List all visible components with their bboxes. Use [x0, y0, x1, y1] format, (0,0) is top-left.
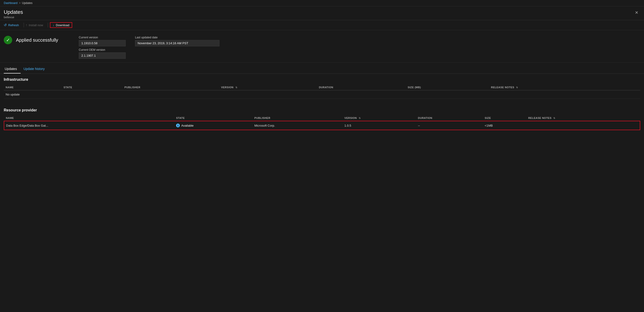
- page-header: Updates bellevue ✕: [0, 6, 644, 20]
- tabs-container: Updates Update history: [0, 65, 644, 74]
- install-label: Install now: [29, 23, 43, 27]
- rp-row-version: 1.0.5: [342, 121, 416, 130]
- breadcrumb-separator: >: [19, 1, 21, 5]
- page-subtitle: bellevue: [4, 16, 23, 19]
- refresh-label: Refresh: [8, 23, 19, 27]
- download-icon: ↓: [53, 23, 54, 27]
- header-title-group: Updates bellevue: [4, 9, 23, 19]
- toolbar-btn-group: ↺ Refresh ↑ Install now ↓ Download: [4, 22, 72, 28]
- infrastructure-table: NAME STATE PUBLISHER VERSION ⇅ DURATION …: [4, 85, 640, 99]
- rp-col-name: NAME: [4, 115, 174, 121]
- page-title: Updates: [4, 9, 23, 15]
- infra-col-duration: DURATION: [317, 85, 406, 90]
- status-text: Applied successfully: [16, 37, 58, 43]
- infra-col-name: NAME: [4, 85, 62, 90]
- current-oem-label: Current OEM version: [79, 48, 126, 51]
- rp-col-publisher: PUBLISHER: [252, 115, 342, 121]
- infrastructure-section: Infrastructure NAME STATE PUBLISHER VERS…: [0, 74, 644, 99]
- rp-release-notes-sort-icon[interactable]: ⇅: [553, 117, 556, 119]
- infrastructure-no-update-row: No update: [4, 90, 640, 99]
- rp-version-sort-icon[interactable]: ⇅: [359, 117, 361, 119]
- available-label: Available: [181, 124, 194, 127]
- available-badge: ℹ Available: [176, 124, 250, 127]
- rp-col-state: STATE: [174, 115, 252, 121]
- version-fields: Current version 1.1910.0.58 Current OEM …: [79, 36, 126, 59]
- date-fields: Last updated date November 23, 2019, 3:1…: [135, 36, 220, 59]
- resource-provider-title: Resource provider: [4, 108, 640, 112]
- last-updated-label: Last updated date: [135, 36, 220, 39]
- rp-row-state: ℹ Available: [174, 121, 252, 130]
- rp-col-release-notes: RELEASE NOTES ⇅: [526, 115, 640, 121]
- rp-col-size: SIZE: [483, 115, 526, 121]
- infra-col-publisher: PUBLISHER: [122, 85, 219, 90]
- rp-row-duration: --: [416, 121, 483, 130]
- checkmark-icon: ✓: [6, 37, 10, 43]
- breadcrumb-current: Updates: [22, 1, 32, 5]
- infrastructure-title: Infrastructure: [4, 77, 640, 82]
- current-version-value: 1.1910.0.58: [79, 40, 126, 46]
- resource-provider-table: NAME STATE PUBLISHER VERSION ⇅ DURATION …: [4, 115, 640, 130]
- current-version-field: Current version 1.1910.0.58: [79, 36, 126, 46]
- current-oem-field: Current OEM version 2.1.1907.1: [79, 48, 126, 59]
- install-now-button[interactable]: ↑ Install now: [26, 22, 46, 28]
- refresh-button[interactable]: ↺ Refresh: [4, 22, 22, 28]
- toolbar-divider-2: [48, 23, 48, 27]
- install-icon: ↑: [26, 23, 28, 27]
- status-success-icon: ✓: [4, 36, 12, 44]
- close-button[interactable]: ✕: [633, 9, 640, 16]
- release-notes-sort-icon[interactable]: ⇅: [516, 86, 518, 89]
- download-button[interactable]: ↓ Download: [50, 22, 72, 28]
- status-section: ✓ Applied successfully Current version 1…: [0, 30, 644, 63]
- tab-update-history[interactable]: Update history: [22, 65, 48, 73]
- rp-row-publisher: Microsoft Corp.: [252, 121, 342, 130]
- breadcrumb: Dashboard > Updates: [0, 0, 644, 6]
- status-fields-row: Current version 1.1910.0.58 Current OEM …: [79, 36, 220, 59]
- infrastructure-header-row: NAME STATE PUBLISHER VERSION ⇅ DURATION …: [4, 85, 640, 90]
- rp-row-name: Data Box Edge/Data Box Gat...: [4, 121, 174, 130]
- tab-updates[interactable]: Updates: [4, 65, 21, 73]
- rp-col-version: VERSION ⇅: [342, 115, 416, 121]
- version-sort-icon[interactable]: ⇅: [236, 86, 238, 89]
- current-oem-value: 2.1.1907.1: [79, 52, 126, 59]
- breadcrumb-dashboard-link[interactable]: Dashboard: [4, 1, 18, 5]
- status-left: ✓ Applied successfully: [4, 36, 65, 44]
- no-update-cell: No update: [4, 90, 640, 99]
- infra-col-size: SIZE (MB): [406, 85, 489, 90]
- refresh-icon: ↺: [4, 23, 7, 27]
- current-version-label: Current version: [79, 36, 126, 39]
- main-content: Infrastructure NAME STATE PUBLISHER VERS…: [0, 74, 644, 130]
- infra-col-release-notes: RELEASE NOTES ⇅: [489, 85, 640, 90]
- infra-col-state: STATE: [62, 85, 122, 90]
- last-updated-value: November 23, 2019, 3:14:16 AM PST: [135, 40, 220, 46]
- resource-provider-section: Resource provider NAME STATE PUBLISHER V…: [0, 99, 644, 130]
- download-label: Download: [56, 23, 70, 27]
- infra-col-version: VERSION ⇅: [219, 85, 317, 90]
- available-dot-icon: ℹ: [176, 124, 180, 127]
- resource-provider-row[interactable]: Data Box Edge/Data Box Gat... ℹ Availabl…: [4, 121, 640, 130]
- rp-col-duration: DURATION: [416, 115, 483, 121]
- rp-row-size: <1MB: [483, 121, 526, 130]
- toolbar-divider-1: [24, 23, 24, 27]
- rp-row-release-notes: [526, 121, 640, 130]
- last-updated-field: Last updated date November 23, 2019, 3:1…: [135, 36, 220, 46]
- toolbar: ↺ Refresh ↑ Install now ↓ Download: [0, 20, 644, 30]
- resource-header-row: NAME STATE PUBLISHER VERSION ⇅ DURATION …: [4, 115, 640, 121]
